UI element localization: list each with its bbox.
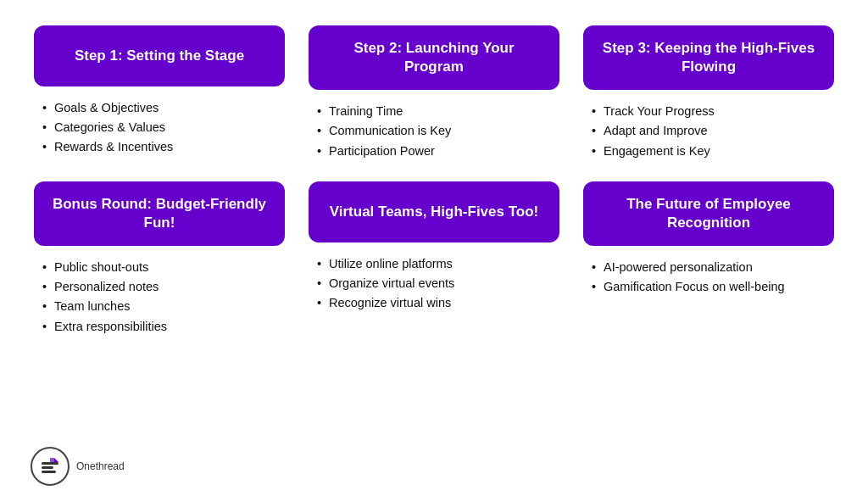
list-item: Communication is Key — [315, 121, 553, 141]
logo-icon — [31, 447, 70, 486]
card-header-virtual: Virtual Teams, High-Fives Too! — [309, 181, 559, 242]
card-virtual: Virtual Teams, High-Fives Too!Utilize on… — [309, 181, 559, 337]
card-body-virtual: Utilize online platformsOrganize virtual… — [309, 242, 559, 314]
list-item: Adapt and Improve — [590, 121, 827, 141]
card-header-step1: Step 1: Setting the Stage — [34, 25, 285, 86]
card-step2: Step 2: Launching Your ProgramTraining T… — [309, 25, 559, 161]
logo-text: Onethread — [76, 460, 125, 472]
card-step1: Step 1: Setting the StageGoals & Objecti… — [34, 25, 285, 161]
card-body-step1: Goals & ObjectivesCategories & ValuesRew… — [34, 86, 285, 158]
list-item: Gamification Focus on well-being — [590, 277, 827, 297]
list-item: Goals & Objectives — [41, 98, 278, 118]
card-header-step3: Step 3: Keeping the High-Fives Flowing — [583, 25, 834, 90]
svg-rect-0 — [42, 462, 58, 465]
list-item: Engagement is Key — [590, 142, 827, 161]
page-wrapper: Step 1: Setting the StageGoals & Objecti… — [0, 0, 868, 496]
card-body-bonus: Public shout-outsPersonalized notesTeam … — [34, 246, 285, 337]
card-body-step3: Track Your ProgressAdapt and ImproveEnga… — [583, 90, 834, 161]
card-body-future: AI-powered personalizationGamification F… — [583, 246, 834, 297]
list-item: Categories & Values — [41, 118, 278, 137]
list-item: Public shout-outs — [41, 258, 278, 277]
list-item: Training Time — [315, 102, 553, 121]
card-step3: Step 3: Keeping the High-Fives FlowingTr… — [583, 25, 834, 161]
cards-grid: Step 1: Setting the StageGoals & Objecti… — [34, 25, 834, 337]
list-item: Utilize online platforms — [315, 254, 553, 274]
card-header-step2: Step 2: Launching Your Program — [309, 25, 559, 90]
list-item: Extra responsibilities — [41, 317, 278, 337]
svg-rect-2 — [42, 471, 56, 473]
list-item: Track Your Progress — [590, 102, 827, 121]
svg-rect-1 — [42, 466, 53, 469]
list-item: Participation Power — [315, 142, 553, 161]
card-bonus: Bonus Round: Budget-Friendly Fun!Public … — [34, 181, 285, 337]
card-header-future: The Future of Employee Recognition — [583, 181, 834, 246]
card-body-step2: Training TimeCommunication is KeyPartici… — [309, 90, 559, 161]
list-item: Rewards & Incentives — [41, 137, 278, 157]
list-item: AI-powered personalization — [590, 258, 827, 277]
list-item: Personalized notes — [41, 277, 278, 297]
logo-area: Onethread — [31, 447, 125, 486]
svg-rect-3 — [50, 458, 54, 462]
list-item: Organize virtual events — [315, 274, 553, 293]
card-header-bonus: Bonus Round: Budget-Friendly Fun! — [34, 181, 285, 246]
list-item: Team lunches — [41, 297, 278, 316]
card-future: The Future of Employee RecognitionAI-pow… — [583, 181, 834, 337]
list-item: Recognize virtual wins — [315, 293, 553, 313]
